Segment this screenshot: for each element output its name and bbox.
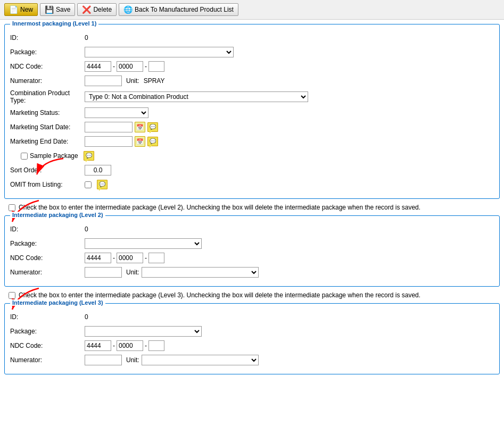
- level3-ndc-input2[interactable]: [117, 340, 143, 351]
- back-button[interactable]: 🌐 Back To Manufactured Product List: [119, 3, 238, 16]
- level1-omit-comment-icon[interactable]: 💬: [97, 180, 108, 189]
- level1-package-label: Package:: [10, 48, 85, 56]
- level1-unit-static-label: Unit:: [126, 77, 139, 85]
- level2-ndc-row: NDC Code: - -: [10, 252, 494, 264]
- save-button[interactable]: 💾 Save: [40, 3, 75, 16]
- level1-mkt-end-comment-icon[interactable]: 💬: [147, 137, 158, 146]
- level1-package-row: Package:: [10, 46, 494, 58]
- level2-check-note-text: Check the box to enter the intermediate …: [19, 203, 420, 212]
- level3-ndc-row: NDC Code: - -: [10, 340, 494, 352]
- level1-sort-input[interactable]: [85, 165, 111, 176]
- level1-ndc-input3[interactable]: [148, 61, 164, 72]
- level1-mkt-status-row: Marketing Status:: [10, 107, 494, 119]
- back-icon: 🌐: [123, 5, 133, 14]
- level3-package-select[interactable]: [85, 326, 202, 337]
- level2-numerator-row: Numerator: Unit:: [10, 266, 494, 278]
- level3-numerator-input[interactable]: [85, 355, 122, 365]
- level1-mkt-start-comment-icon[interactable]: 💬: [147, 122, 158, 132]
- level1-mkt-end-input[interactable]: [85, 136, 133, 147]
- level3-numerator-label: Numerator:: [10, 356, 85, 364]
- delete-button[interactable]: ❌ Delete: [77, 3, 117, 16]
- level1-mkt-start-input[interactable]: [85, 122, 133, 132]
- back-label: Back To Manufactured Product List: [135, 6, 234, 13]
- level2-id-label: ID:: [10, 225, 85, 233]
- level1-mkt-end-value: 📅 💬: [85, 136, 158, 147]
- level1-id-row: ID: 0: [10, 32, 494, 44]
- level2-id-row: ID: 0: [10, 223, 494, 235]
- level1-unit-value: SPRAY: [144, 77, 165, 85]
- level2-package-value: [85, 238, 202, 249]
- level2-ndc-input1[interactable]: [85, 253, 111, 263]
- level2-ndc-label: NDC Code:: [10, 254, 85, 262]
- level1-content: ID: 0 Package: NDC Code: - -: [10, 32, 494, 190]
- ndc-sep2: -: [145, 63, 147, 70]
- level1-numerator-label: Numerator:: [10, 77, 85, 85]
- level3-package-value: [85, 326, 202, 337]
- level2-ndc-sep2: -: [145, 254, 147, 262]
- level1-combo-value: Type 0: Not a Combination Product: [85, 91, 308, 102]
- level3-unit-label: Unit:: [126, 356, 139, 364]
- level2-package-select[interactable]: [85, 238, 202, 249]
- level1-ndc-row: NDC Code: - -: [10, 61, 494, 72]
- level3-id-value: 0: [85, 313, 88, 321]
- level3-ndc-input1[interactable]: [85, 340, 111, 351]
- level2-numerator-input[interactable]: [85, 267, 122, 278]
- level1-mkt-end-row: Marketing End Date: 📅 💬: [10, 136, 494, 147]
- level1-mkt-start-cal-icon[interactable]: 📅: [135, 122, 145, 132]
- level1-package-value: [85, 47, 234, 57]
- level3-ndc-input3[interactable]: [148, 340, 164, 351]
- level1-numerator-input[interactable]: [85, 76, 122, 86]
- level3-ndc-label: NDC Code:: [10, 342, 85, 349]
- level3-check-area: Check the box to enter the intermediate …: [4, 291, 500, 300]
- level1-omit-label: OMIT from Listing:: [10, 181, 85, 188]
- level1-omit-value: 💬: [85, 180, 108, 189]
- level1-ndc-input1[interactable]: [85, 61, 111, 72]
- level1-omit-row: OMIT from Listing: 💬: [10, 179, 494, 190]
- level1-mkt-start-row: Marketing Start Date: 📅 💬: [10, 121, 494, 133]
- new-button[interactable]: 📄 New: [4, 3, 38, 16]
- level1-numerator-row: Numerator: Unit: SPRAY: [10, 75, 494, 87]
- level3-ndc-sep2: -: [145, 342, 147, 349]
- level1-mkt-status-select[interactable]: [85, 107, 148, 118]
- level3-numerator-value: Unit:: [85, 355, 259, 365]
- level1-combo-select[interactable]: Type 0: Not a Combination Product: [85, 91, 308, 102]
- level1-sample-checkbox[interactable]: [21, 153, 28, 160]
- delete-label: Delete: [93, 6, 112, 13]
- level2-package-label: Package:: [10, 240, 85, 247]
- level1-sort-row: Sort Order:: [10, 164, 494, 176]
- level3-check-note-text: Check the box to enter the intermediate …: [19, 291, 420, 300]
- level1-mkt-start-value: 📅 💬: [85, 122, 158, 132]
- level1-mkt-status-label: Marketing Status:: [10, 109, 85, 116]
- level1-sample-comment-icon[interactable]: 💬: [84, 151, 94, 161]
- level1-combo-row: Combination Product Type: Type 0: Not a …: [10, 89, 494, 104]
- level3-section: Intermediate packaging (Level 3) ID: 0 P…: [4, 303, 500, 374]
- level2-ndc-input2[interactable]: [117, 253, 143, 263]
- level1-package-select[interactable]: [85, 47, 234, 57]
- level1-id-label: ID:: [10, 34, 85, 41]
- level1-mkt-end-label: Marketing End Date:: [10, 138, 85, 145]
- level2-ndc-group: - -: [85, 253, 164, 263]
- level2-unit-label: Unit:: [126, 269, 139, 276]
- level1-title: Innermost packaging (Level 1): [10, 20, 98, 27]
- level2-id-value: 0: [85, 225, 88, 233]
- level2-check-note: Check the box to enter the intermediate …: [9, 203, 500, 212]
- level3-content: ID: 0 Package: NDC Code: - -: [10, 311, 494, 366]
- save-icon: 💾: [45, 5, 54, 14]
- save-label: Save: [56, 6, 70, 13]
- level2-ndc-input3[interactable]: [148, 253, 164, 263]
- level2-numerator-label: Numerator:: [10, 269, 85, 276]
- level1-mkt-end-cal-icon[interactable]: 📅: [135, 136, 145, 147]
- level2-title: Intermediate packaging (Level 2): [10, 212, 105, 218]
- level3-ndc-group: - -: [85, 340, 164, 351]
- level3-unit-select[interactable]: [142, 355, 259, 365]
- level1-omit-checkbox[interactable]: [85, 181, 92, 188]
- level1-ndc-input2[interactable]: [117, 61, 143, 72]
- level2-unit-select[interactable]: [142, 267, 259, 278]
- new-icon: 📄: [9, 5, 18, 14]
- new-label: New: [20, 6, 33, 13]
- level3-check-note: Check the box to enter the intermediate …: [9, 291, 500, 300]
- level3-package-label: Package:: [10, 328, 85, 335]
- level3-numerator-row: Numerator: Unit:: [10, 354, 494, 366]
- level3-package-row: Package:: [10, 325, 494, 337]
- red-arrow-1: [31, 156, 69, 177]
